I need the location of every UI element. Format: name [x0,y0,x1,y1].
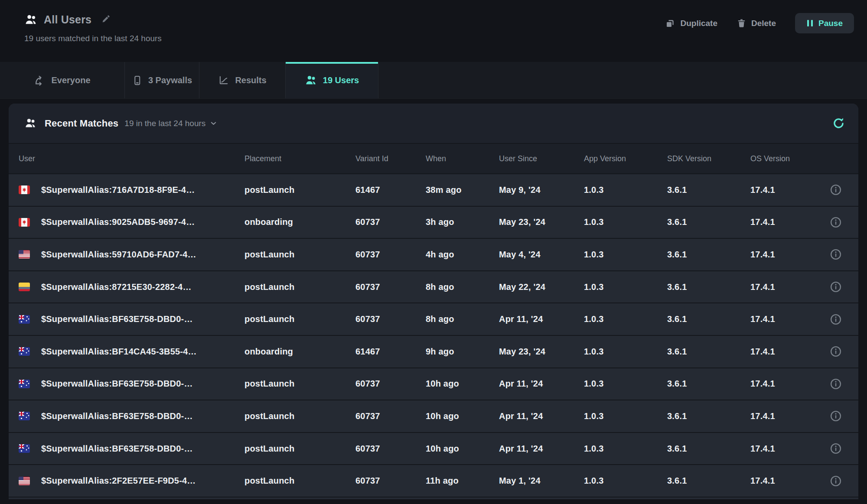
sdk-version-cell: 3.6.1 [667,444,750,454]
table-row[interactable]: $SuperwallAlias:BF63E758-DBD0-… postLaun… [9,303,858,336]
edit-title-button[interactable] [101,15,111,25]
duplicate-label: Duplicate [680,19,717,28]
info-cell [823,442,848,455]
table-row[interactable]: $SuperwallAlias:716A7D18-8F9E-4… postLau… [9,174,858,207]
info-cell [823,345,848,358]
user-alias: $SuperwallAlias:87215E30-2282-4… [41,282,192,292]
row-info-button[interactable] [829,313,842,326]
sdk-version-cell: 3.6.1 [667,476,750,486]
phone-icon [132,75,143,86]
app-version-cell: 1.0.3 [584,444,667,454]
os-version-cell: 17.4.1 [750,347,823,357]
row-info-button[interactable] [829,183,842,196]
info-cell [823,183,848,196]
user-cell: $SuperwallAlias:59710AD6-FAD7-4… [19,250,244,260]
table-row[interactable]: $SuperwallAlias:59710AD6-FAD7-4… postLau… [9,239,858,271]
when-cell: 8h ago [426,314,499,324]
variant-id-cell: 60737 [355,444,426,454]
tab-results[interactable]: Results [199,62,286,98]
tab-paywalls[interactable]: 3 Paywalls [125,62,199,98]
placement-cell: postLaunch [244,185,355,195]
placement-cell: postLaunch [244,411,355,421]
user-cell: $SuperwallAlias:2F2E57EE-F9D5-4… [19,476,244,486]
duplicate-icon [665,18,675,29]
table-row[interactable]: $SuperwallAlias:2F2E57EE-F9D5-4… postLau… [9,465,858,497]
os-version-cell: 17.4.1 [750,411,823,421]
user-cell: $SuperwallAlias:BF14CA45-3B55-4… [19,347,244,357]
table-row[interactable]: $SuperwallAlias:BF63E758-DBD0-… postLaun… [9,400,858,433]
table-row[interactable]: $SuperwallAlias:87215E30-2282-4… postLau… [9,271,858,304]
info-icon [829,183,842,196]
sdk-version-cell: 3.6.1 [667,379,750,389]
placement-cell: postLaunch [244,282,355,292]
tab-label: 3 Paywalls [148,75,192,85]
tab-users[interactable]: 19 Users [286,62,378,98]
page-subtitle: 19 users matched in the last 24 hours [24,34,854,43]
recent-matches-card: Recent Matches 19 in the last 24 hours U… [9,104,858,499]
table-row[interactable]: $SuperwallAlias:9025ADB5-9697-4… onboard… [9,207,858,239]
column-header-variant-id: Variant Id [355,154,426,163]
country-flag-icon [19,380,30,388]
info-cell [823,280,848,293]
os-version-cell: 17.4.1 [750,282,823,292]
user-alias: $SuperwallAlias:BF63E758-DBD0-… [41,314,193,324]
sdk-version-cell: 3.6.1 [667,185,750,195]
variant-id-cell: 60737 [355,217,426,227]
when-cell: 11h ago [426,476,499,486]
card-title: Recent Matches [45,118,118,129]
info-cell [823,216,848,229]
table-row[interactable]: $SuperwallAlias:BF63E758-DBD0-… postLaun… [9,433,858,465]
user-alias: $SuperwallAlias:BF14CA45-3B55-4… [41,347,197,357]
tab-everyone[interactable]: Everyone [0,62,125,98]
table-row[interactable]: $SuperwallAlias:BF63E758-DBD0-… postLaun… [9,368,858,401]
users-icon [305,74,317,87]
info-cell [823,475,848,488]
sdk-version-cell: 3.6.1 [667,250,750,260]
row-info-button[interactable] [829,442,842,455]
os-version-cell: 17.4.1 [750,444,823,454]
card-header: Recent Matches 19 in the last 24 hours [9,104,858,144]
info-icon [829,442,842,455]
user-since-cell: May 4, '24 [499,250,584,260]
app-version-cell: 1.0.3 [584,314,667,324]
refresh-button[interactable] [832,117,845,130]
page-title: All Users [44,13,91,26]
pause-button[interactable]: Pause [795,13,854,33]
country-flag-icon [19,315,30,324]
variant-id-cell: 60737 [355,411,426,421]
user-alias: $SuperwallAlias:BF63E758-DBD0-… [41,379,193,389]
table-row[interactable]: $SuperwallAlias:BF14CA45-3B55-4… onboard… [9,336,858,368]
delete-button[interactable]: Delete [737,18,776,28]
page-header: All Users 19 users matched in the last 2… [0,0,867,62]
placement-cell: postLaunch [244,444,355,454]
country-flag-icon [19,250,30,259]
variant-id-cell: 60737 [355,476,426,486]
when-cell: 4h ago [426,250,499,260]
row-info-button[interactable] [829,475,842,488]
variant-id-cell: 60737 [355,314,426,324]
row-info-button[interactable] [829,345,842,358]
trash-icon [737,18,746,28]
row-info-button[interactable] [829,248,842,261]
user-since-cell: May 22, '24 [499,282,584,292]
user-alias: $SuperwallAlias:BF63E758-DBD0-… [41,411,193,421]
tab-label: 19 Users [323,75,359,85]
row-info-button[interactable] [829,216,842,229]
country-flag-icon [19,185,30,194]
placement-cell: postLaunch [244,379,355,389]
row-info-button[interactable] [829,377,842,390]
user-since-cell: May 23, '24 [499,217,584,227]
info-icon [829,345,842,358]
info-cell [823,313,848,326]
variant-id-cell: 60737 [355,282,426,292]
row-info-button[interactable] [829,280,842,293]
time-range-dropdown[interactable]: 19 in the last 24 hours [124,119,218,128]
duplicate-button[interactable]: Duplicate [665,18,717,29]
user-cell: $SuperwallAlias:BF63E758-DBD0-… [19,314,244,324]
user-cell: $SuperwallAlias:BF63E758-DBD0-… [19,379,244,389]
row-info-button[interactable] [829,410,842,423]
when-cell: 10h ago [426,379,499,389]
user-cell: $SuperwallAlias:716A7D18-8F9E-4… [19,185,244,195]
tab-bar: Everyone 3 Paywalls Results [0,62,867,99]
sdk-version-cell: 3.6.1 [667,282,750,292]
